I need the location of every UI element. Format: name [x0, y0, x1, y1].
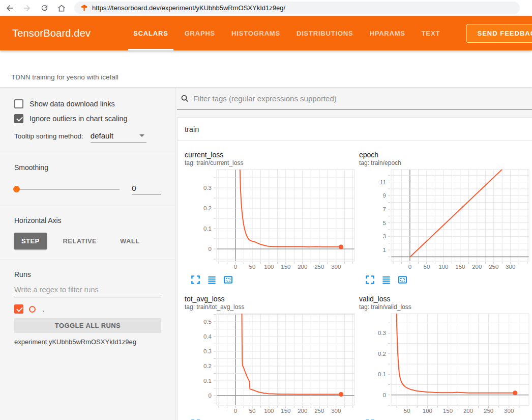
smoothing-slider[interactable] — [14, 189, 120, 190]
chart-card-valid_loss: valid_losstag: train/valid_loss501001502… — [359, 295, 530, 420]
expand-icon[interactable] — [191, 275, 200, 285]
svg-text:50: 50 — [404, 408, 410, 414]
svg-text:250: 250 — [484, 408, 493, 414]
svg-text:200: 200 — [298, 264, 307, 270]
tensorboard-favicon-icon — [80, 4, 88, 12]
slider-thumb[interactable] — [13, 186, 20, 192]
forward-icon[interactable] — [19, 2, 35, 15]
tab-histograms[interactable]: HISTOGRAMS — [223, 16, 288, 50]
runs-label: Runs — [14, 270, 161, 278]
chart-tag: tag: train/tot_avg_loss — [185, 303, 356, 311]
checkbox-unchecked-icon[interactable] — [14, 99, 23, 108]
fit-domain-icon[interactable] — [223, 275, 233, 285]
svg-text:0: 0 — [209, 393, 212, 399]
send-feedback-button[interactable]: SEND FEEDBACK — [466, 24, 532, 43]
svg-text:200: 200 — [472, 264, 482, 270]
experiment-title-bar: TDNN training for yesno with icefall — [0, 50, 532, 88]
back-icon[interactable] — [2, 2, 17, 15]
chart-title: current_loss — [185, 151, 356, 159]
svg-text:0.3: 0.3 — [378, 330, 386, 336]
chart-actions — [359, 275, 530, 285]
axis-wall-button[interactable]: WALL — [113, 233, 146, 249]
chart-plot-epoch[interactable]: 0501001502002503001357911 — [359, 168, 530, 271]
chart-card-tot_avg_loss: tot_avg_losstag: train/tot_avg_loss05010… — [185, 295, 356, 420]
run-filter-input[interactable] — [14, 284, 161, 297]
charts-grid: current_losstag: train/current_loss05010… — [178, 141, 532, 420]
svg-text:50: 50 — [423, 264, 430, 270]
app-logo: TensorBoard.dev — [12, 27, 91, 39]
svg-text:100: 100 — [264, 264, 274, 270]
svg-text:0.2: 0.2 — [203, 363, 212, 369]
address-bar[interactable]: https://tensorboard.dev/experiment/yKUbh… — [74, 2, 520, 14]
tag-filter-row — [177, 88, 532, 110]
run-name: . — [43, 305, 45, 313]
svg-text:300: 300 — [506, 264, 515, 270]
svg-text:300: 300 — [331, 264, 341, 270]
run-checkbox-icon[interactable] — [14, 304, 23, 314]
log-scale-icon[interactable] — [207, 275, 217, 285]
run-color-swatch-icon — [29, 306, 36, 313]
tab-distributions[interactable]: DISTRIBUTIONS — [288, 16, 362, 50]
chart-plot-current_loss[interactable]: 05010015020025030000.10.20.3 — [185, 168, 356, 271]
svg-text:0: 0 — [209, 246, 212, 252]
svg-text:100: 100 — [423, 408, 432, 414]
svg-text:0.3: 0.3 — [203, 348, 212, 354]
fit-domain-icon[interactable] — [398, 275, 407, 285]
tag-filter-input[interactable] — [193, 94, 532, 103]
chart-tag: tag: train/valid_loss — [359, 303, 530, 311]
svg-text:0.2: 0.2 — [203, 205, 212, 211]
svg-text:300: 300 — [331, 408, 341, 414]
svg-text:250: 250 — [314, 264, 324, 270]
svg-text:1: 1 — [383, 247, 386, 253]
tab-text[interactable]: TEXT — [413, 16, 448, 50]
ignore-outliers-checkbox[interactable]: Ignore outliers in chart scaling — [14, 114, 161, 123]
expand-icon[interactable] — [365, 275, 375, 285]
horizontal-axis-label: Horizontal Axis — [14, 216, 161, 225]
svg-text:100: 100 — [438, 264, 448, 270]
chart-title: tot_avg_loss — [185, 295, 356, 303]
chart-plot-valid_loss[interactable]: 5010015020025030000.10.20.3 — [359, 312, 530, 415]
svg-text:0: 0 — [234, 264, 237, 270]
tab-hparams[interactable]: HPARAMS — [361, 16, 413, 50]
tooltip-sorting-select[interactable]: default — [91, 131, 146, 143]
chart-card-epoch: epochtag: train/epoch0501001502002503001… — [359, 151, 530, 285]
smoothing-label: Smoothing — [14, 163, 161, 172]
svg-text:50: 50 — [249, 264, 255, 270]
svg-text:300: 300 — [504, 408, 514, 414]
tab-graphs[interactable]: GRAPHS — [176, 16, 223, 50]
refresh-icon[interactable] — [37, 2, 52, 15]
checkbox-label: Ignore outliers in chart scaling — [29, 115, 128, 123]
svg-text:0.1: 0.1 — [203, 378, 212, 384]
svg-text:250: 250 — [489, 264, 498, 270]
svg-text:9: 9 — [383, 192, 386, 199]
svg-text:7: 7 — [383, 206, 386, 212]
svg-text:150: 150 — [281, 408, 290, 414]
chart-card-current_loss: current_losstag: train/current_loss05010… — [185, 151, 356, 285]
toggle-all-runs-button[interactable]: TOGGLE ALL RUNS — [14, 318, 161, 333]
svg-text:0.3: 0.3 — [203, 185, 212, 191]
svg-text:0.1: 0.1 — [203, 226, 212, 232]
nav-tabs: SCALARS GRAPHS HISTOGRAMS DISTRIBUTIONS … — [125, 16, 448, 50]
home-icon[interactable] — [54, 2, 69, 15]
chart-plot-tot_avg_loss[interactable]: 05010015020025030000.10.20.30.40.5 — [185, 312, 356, 415]
svg-text:11: 11 — [380, 179, 386, 185]
axis-step-button[interactable]: STEP — [14, 233, 47, 249]
svg-text:100: 100 — [264, 408, 274, 414]
tab-scalars[interactable]: SCALARS — [125, 16, 176, 50]
chart-tag: tag: train/current_loss — [185, 159, 356, 167]
svg-text:250: 250 — [314, 408, 324, 414]
app-header: TensorBoard.dev SCALARS GRAPHS HISTOGRAM… — [0, 16, 532, 50]
main-content: train current_losstag: train/current_los… — [175, 88, 532, 420]
svg-text:150: 150 — [455, 264, 465, 270]
chart-actions — [185, 275, 356, 285]
svg-text:3: 3 — [383, 233, 386, 239]
show-download-links-checkbox[interactable]: Show data download links — [14, 99, 161, 108]
log-scale-icon[interactable] — [381, 275, 391, 285]
url-text: https://tensorboard.dev/experiment/yKUbh… — [92, 4, 285, 12]
axis-relative-button[interactable]: RELATIVE — [56, 233, 104, 249]
section-header-train[interactable]: train — [178, 118, 532, 141]
settings-sidebar: Show data download links Ignore outliers… — [0, 88, 175, 420]
checkbox-checked-icon[interactable] — [14, 114, 23, 123]
smoothing-value-input[interactable]: 0 — [132, 184, 161, 194]
run-row[interactable]: . — [14, 304, 161, 314]
